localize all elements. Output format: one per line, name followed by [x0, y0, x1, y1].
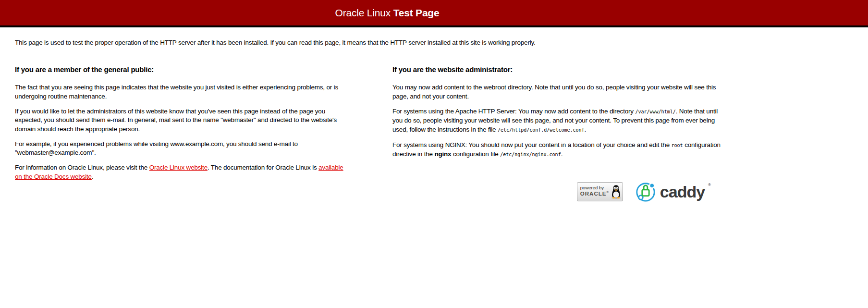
powered-by-label: powered by	[580, 185, 609, 191]
public-paragraph-4: For information on Oracle Linux, please …	[15, 163, 347, 181]
website-administrator-heading: If you are the website administrator:	[392, 65, 724, 74]
two-column-layout: If you are a member of the general publi…	[15, 59, 759, 203]
welcome-conf-path: /etc/httpd/conf.d/welcome.conf	[498, 127, 585, 133]
caddy-logo: caddy ®	[635, 181, 711, 203]
page-title-regular: Oracle Linux	[335, 7, 393, 18]
general-public-heading: If you are a member of the general publi…	[15, 65, 347, 74]
oracle-wordmark-text: ORACLE	[580, 191, 607, 197]
webroot-path: /var/www/html/	[635, 109, 675, 114]
oracle-badge-text: powered by ORACLE®	[580, 185, 609, 197]
oracle-info-text-before: For information on Oracle Linux, please …	[15, 164, 149, 171]
oracle-wordmark: ORACLE®	[580, 191, 609, 197]
caddy-trademark: ®	[708, 183, 711, 187]
oracle-info-text-mid: . The documentation for Oracle Linux is	[208, 164, 318, 171]
general-public-section: If you are a member of the general publi…	[15, 59, 347, 203]
apache-text-before: For systems using the Apache HTTP Server…	[392, 108, 635, 115]
nginx-conf-path: /etc/nginx/nginx.conf	[500, 152, 561, 157]
oracle-info-text-after: .	[92, 173, 94, 180]
nginx-text-before: For systems using NGINX: You should now …	[392, 141, 672, 148]
public-paragraph-3: For example, if you experienced problems…	[15, 140, 347, 158]
caddy-wordmark: caddy	[660, 181, 705, 203]
public-paragraph-2: If you would like to let the administrat…	[15, 107, 347, 134]
page-title-bold: Test Page	[393, 7, 440, 18]
oracle-linux-website-link[interactable]: Oracle Linux website	[149, 164, 208, 171]
logos-row: powered by ORACLE®	[392, 181, 724, 203]
page-content: This page is used to test the proper ope…	[15, 27, 759, 203]
page-title: Oracle Linux Test Page	[15, 0, 759, 25]
admin-paragraph-apache: For systems using the Apache HTTP Server…	[392, 107, 724, 135]
website-administrator-section: If you are the website administrator: Yo…	[392, 59, 724, 203]
powered-by-oracle-badge: powered by ORACLE®	[577, 182, 623, 201]
nginx-bold-word: nginx	[434, 150, 451, 158]
page-header: Oracle Linux Test Page	[0, 0, 868, 27]
caddy-padlock-icon	[635, 181, 657, 203]
apache-text-after: .	[585, 126, 587, 133]
tux-penguin-icon	[611, 183, 621, 200]
public-paragraph-1: The fact that you are seeing this page i…	[15, 83, 347, 101]
root-directive: root	[672, 143, 683, 148]
admin-paragraph-1: You may now add content to the webroot d…	[392, 83, 724, 101]
intro-text: This page is used to test the proper ope…	[15, 38, 759, 47]
oracle-trademark: ®	[606, 191, 609, 194]
nginx-text-after: .	[561, 150, 563, 158]
nginx-text-mid2: configuration file	[451, 150, 500, 158]
admin-paragraph-nginx: For systems using NGINX: You should now …	[392, 141, 724, 160]
